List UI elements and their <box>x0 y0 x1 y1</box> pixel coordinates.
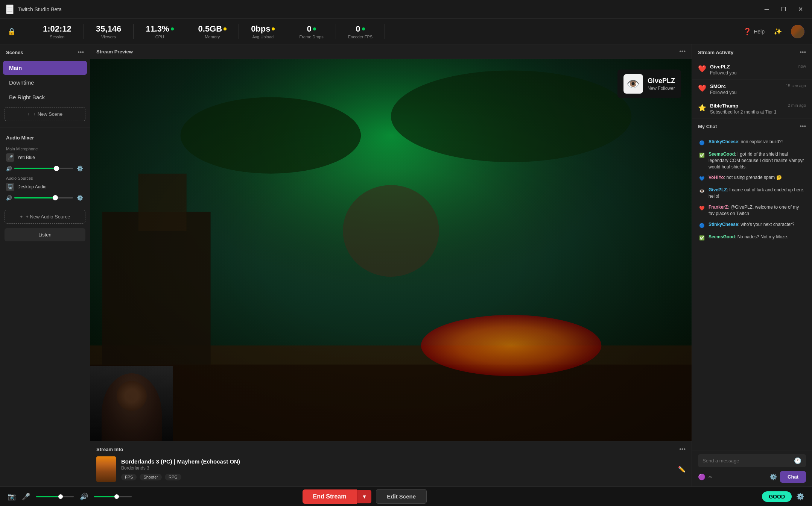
chat-message-4: ❤️ FrankerZ: @GivePLZ, welcome to one of… <box>692 202 812 219</box>
activity-item-0: ❤️ GivePLZ Followed you now <box>692 60 812 80</box>
chat-messages[interactable]: 🔵 StinkyCheese: non explosive build?! ✅ … <box>692 133 812 450</box>
speaker-bottom-thumb[interactable] <box>114 494 119 499</box>
chat-username-3: GivePLZ <box>709 187 727 192</box>
stat-memory-label: Memory <box>205 35 220 39</box>
speaker-toggle-button[interactable]: 🔊 <box>80 492 88 501</box>
edit-scene-button[interactable]: Edit Scene <box>376 489 427 504</box>
listen-button[interactable]: Listen <box>5 228 85 241</box>
chat-username-2: VoHiYo <box>709 175 724 180</box>
tag-fps: FPS <box>121 474 137 480</box>
scene-item-be-right-back[interactable]: Be Right Back <box>3 90 87 104</box>
stream-preview: 👁️ GivePLZ New Follower <box>90 59 692 441</box>
encoder-status-dot <box>362 27 365 30</box>
stream-info-edit-button[interactable]: ✏️ <box>678 466 686 473</box>
mic-bottom-fill <box>36 496 61 497</box>
end-stream-main-button[interactable]: End Stream <box>303 489 357 504</box>
chat-message-1: ✅ SeemsGood: I got rid of the shield hea… <box>692 149 812 172</box>
scene-item-main[interactable]: Main <box>3 61 87 75</box>
chat-emoji-button[interactable]: 🕐 <box>794 457 801 464</box>
microphone-settings-button[interactable]: ⚙️ <box>76 165 84 172</box>
help-button[interactable]: ❓ Help <box>743 27 765 36</box>
audio-mixer-header: Audio Mixer <box>0 130 90 145</box>
stat-memory: 0.5GB Memory <box>186 24 239 39</box>
activity-name-1: SMOrc <box>710 83 726 89</box>
activity-time-2: 2 min ago <box>788 103 806 108</box>
new-audio-source-button[interactable]: + + New Audio Source <box>5 210 85 224</box>
speaker-bottom-slider-group <box>94 496 132 497</box>
chat-text-0: StinkyCheese: non explosive build?! <box>709 139 783 145</box>
chat-message-2: 💙 VoHiYo: not using grenade spam 🤔 <box>692 172 812 185</box>
minimize-button[interactable]: ─ <box>762 4 772 14</box>
chat-text-6: SeemsGood: No nades? Not my Moze. <box>709 234 788 240</box>
chat-more-button[interactable]: ••• <box>800 123 806 130</box>
main-layout: Scenes ••• Main Downtime Be Right Back +… <box>0 44 812 486</box>
mic-slider-fill <box>14 168 56 169</box>
send-chat-button[interactable]: Chat <box>780 471 806 483</box>
desktop-audio-settings-button[interactable]: ⚙️ <box>76 194 84 201</box>
scenes-header: Scenes ••• <box>0 44 90 60</box>
chat-text-3: GivePLZ: I came out of lurk and ended up… <box>709 187 806 200</box>
magic-wand-button[interactable]: ✨ <box>774 27 782 36</box>
game-info: Borderlands 3 (PC) | Mayhem (Echocast ON… <box>121 458 673 480</box>
chat-username-5: StinkyCheese <box>709 222 738 227</box>
stream-info-title: Stream Info <box>96 447 123 452</box>
user-avatar[interactable] <box>791 25 804 38</box>
chat-actions: 🟣 ∞ ⚙️ Chat <box>698 471 806 483</box>
chat-left-actions: 🟣 ∞ <box>698 473 712 480</box>
desktop-audio-volume-slider[interactable] <box>14 197 73 198</box>
microphone-toggle-button[interactable]: 🎤 <box>22 492 30 501</box>
stat-memory-value: 0.5GB <box>198 24 227 34</box>
scenes-more-button[interactable]: ••• <box>78 49 84 56</box>
game-stream-title: Borderlands 3 (PC) | Mayhem (Echocast ON… <box>121 458 673 465</box>
chat-message-5: 🔵 StinkyCheese: who's your next characte… <box>692 219 812 232</box>
window-controls: ─ ☐ ✕ <box>762 4 806 14</box>
new-scene-button[interactable]: + + New Scene <box>5 107 85 121</box>
microphone-volume-slider[interactable] <box>14 168 73 169</box>
close-button[interactable]: ✕ <box>795 4 806 14</box>
stats-bar: 🔒 1:02:12 Session 35,146 Viewers 11.3% C… <box>0 19 812 44</box>
activity-header: Stream Activity ••• <box>692 44 812 60</box>
microphone-device-name: Yeti Blue <box>17 155 35 160</box>
mic-bottom-thumb[interactable] <box>58 494 63 499</box>
chat-text-4: FrankerZ: @GivePLZ, welcome to one of my… <box>709 204 806 217</box>
chat-badge-3: 👁️ <box>698 187 706 195</box>
stream-info-panel: Stream Info ••• Borderlands 3 (PC) | May… <box>90 441 692 486</box>
scenes-section: Scenes ••• Main Downtime Be Right Back +… <box>0 44 90 124</box>
mic-slider-thumb[interactable] <box>54 166 59 171</box>
maximize-button[interactable]: ☐ <box>778 4 789 14</box>
audio-mixer-section: Audio Mixer Main Microphone 🎤 Yeti Blue … <box>0 130 90 207</box>
desktop-audio-icon: 🖥️ <box>6 183 14 191</box>
activity-content-0: GivePLZ Followed you <box>710 64 795 76</box>
chat-message-0: 🔵 StinkyCheese: non explosive build?! <box>692 136 812 149</box>
desktop-volume-icon: 🔊 <box>6 195 11 201</box>
activity-more-button[interactable]: ••• <box>800 49 806 56</box>
chat-purple-circle-button[interactable]: 🟣 <box>698 473 706 480</box>
menu-icon[interactable]: ☰ <box>6 5 14 14</box>
game-art-image <box>96 456 116 482</box>
lock-button[interactable]: 🔒 <box>8 27 16 36</box>
end-stream-dropdown-button[interactable]: ▼ <box>357 490 372 503</box>
stream-info-more-button[interactable]: ••• <box>679 446 686 453</box>
microphone-label: Main Microphone <box>0 145 90 152</box>
stat-viewers: 35,146 Viewers <box>84 24 134 39</box>
mic-bottom-slider[interactable] <box>36 496 74 497</box>
scene-item-downtime[interactable]: Downtime <box>3 76 87 89</box>
activity-desc-1: Followed you <box>710 90 782 95</box>
stat-cpu-value: 11.3% <box>146 24 173 34</box>
activity-content-1: SMOrc Followed you <box>710 83 782 95</box>
chat-message-6: ✅ SeemsGood: No nades? Not my Moze. <box>692 232 812 244</box>
desktop-slider-thumb[interactable] <box>53 195 58 200</box>
audio-mixer-title: Audio Mixer <box>6 135 34 141</box>
stream-info-header: Stream Info ••• <box>96 446 686 453</box>
mic-bottom-slider-group <box>36 496 74 497</box>
speaker-bottom-slider[interactable] <box>94 496 132 497</box>
chat-settings-button[interactable]: ⚙️ <box>769 473 777 480</box>
activity-title: Stream Activity <box>698 50 733 55</box>
bottom-settings-button[interactable]: ⚙️ <box>796 492 804 501</box>
stat-encoder-value: 0 <box>356 24 365 34</box>
preview-more-button[interactable]: ••• <box>679 48 686 55</box>
chat-text-2: VoHiYo: not using grenade spam 🤔 <box>709 174 782 181</box>
chat-message-input[interactable] <box>703 458 791 464</box>
follower-avatar-icon: 👁️ <box>626 78 640 90</box>
camera-toggle-button[interactable]: 📷 <box>8 492 16 501</box>
